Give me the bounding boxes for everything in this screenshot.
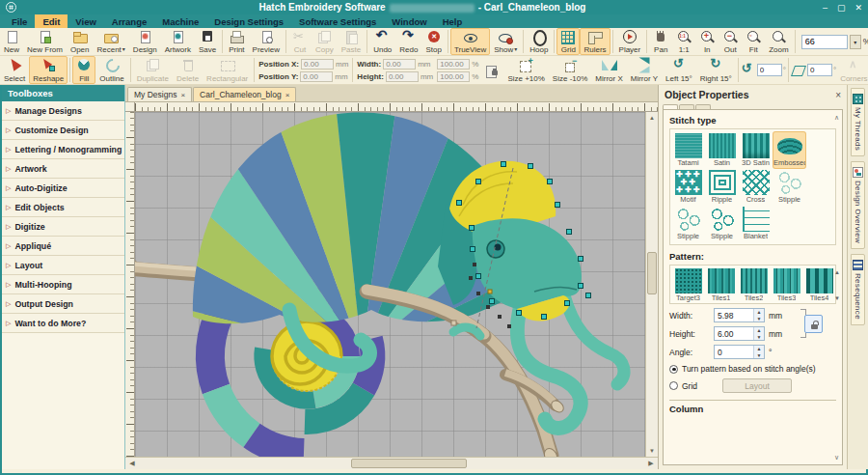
- pattern-angle-input[interactable]: [715, 346, 753, 358]
- scroll-up-icon[interactable]: ▲: [649, 112, 655, 124]
- stitch-type-swatch-tatami[interactable]: Tatami: [672, 132, 704, 168]
- vertical-scrollbar[interactable]: ▲ ▼: [645, 112, 658, 457]
- toolbar-button-player[interactable]: Player: [615, 28, 645, 55]
- minimize-button[interactable]: –: [823, 3, 827, 13]
- toolbar-button-new-from[interactable]: New From: [23, 28, 67, 55]
- duplicate-button[interactable]: Duplicate: [133, 56, 173, 84]
- size-down-button[interactable]: Size -10%: [549, 56, 591, 84]
- toolbox-item-layout[interactable]: ▷ Layout: [2, 256, 124, 275]
- menu-item-machine[interactable]: Machine: [154, 14, 206, 28]
- stitch-type-swatch-stipple[interactable]: Stipple: [706, 206, 738, 241]
- column-section-header[interactable]: Column: [669, 404, 836, 414]
- toolbar-button-paste[interactable]: Paste: [338, 28, 365, 55]
- toolbox-item-lettering-monogramming[interactable]: ▷ Lettering / Monogramming: [2, 140, 124, 159]
- vertical-scroll-thumb[interactable]: [647, 252, 657, 294]
- stitch-type-swatch-satin[interactable]: Satin: [706, 132, 738, 168]
- stitch-type-swatch-cross[interactable]: Cross: [740, 169, 772, 205]
- menu-item-help[interactable]: Help: [435, 14, 471, 28]
- side-panel-tab-resequence[interactable]: Resequence: [851, 254, 865, 325]
- toolbar-button-stop[interactable]: Stop: [421, 28, 445, 55]
- restore-button[interactable]: ▢: [837, 3, 846, 13]
- pattern-height-input[interactable]: [715, 327, 753, 340]
- menu-item-file[interactable]: File: [4, 14, 35, 28]
- scale-x-input[interactable]: [437, 59, 470, 70]
- reshape-button[interactable]: Reshape: [29, 56, 68, 84]
- pattern-swatch-tiles1[interactable]: Tiles1: [706, 268, 736, 302]
- close-tab-icon[interactable]: ×: [285, 91, 290, 99]
- outline-button[interactable]: Outline: [95, 56, 127, 84]
- pattern-swatch-tiles3[interactable]: Tiles3: [772, 268, 801, 302]
- toolbar-button-fit[interactable]: Fit: [742, 28, 765, 55]
- lock-proportions-button[interactable]: [480, 56, 503, 84]
- toolbox-item-auto-digitize[interactable]: ▷ Auto-Digitize: [2, 179, 124, 198]
- toolbar-button-design[interactable]: Design: [129, 28, 161, 55]
- toolbox-item-artwork[interactable]: ▷ Artwork: [2, 159, 124, 179]
- document-tab-my-designs[interactable]: My Designs ×: [127, 87, 192, 101]
- toolbar-button-redo[interactable]: Redo: [395, 28, 421, 55]
- turn-pattern-radio[interactable]: Turn pattern based on stitch angle(s): [669, 364, 836, 374]
- menu-item-arrange[interactable]: Arrange: [104, 14, 154, 28]
- design-canvas[interactable]: [135, 112, 645, 457]
- width-input[interactable]: [383, 59, 416, 70]
- toolbar-button-zoom[interactable]: Zoom: [765, 28, 792, 55]
- document-tab-carl-chameleon-blog[interactable]: Carl_Chameleon_blog ×: [193, 87, 296, 101]
- toolbar-button-artwork[interactable]: Artwork: [161, 28, 195, 55]
- lock-dimensions-button[interactable]: [804, 315, 823, 333]
- toolbar-button-show[interactable]: Show▾: [490, 28, 521, 55]
- side-panel-tab-design-overview[interactable]: Design Overview: [851, 161, 865, 249]
- horizontal-scrollbar[interactable]: ◀ ▶: [125, 457, 658, 469]
- toolbar-button-undo[interactable]: Undo: [369, 28, 395, 55]
- scroll-down-icon[interactable]: ▼: [649, 445, 655, 457]
- pattern-swatch-target3[interactable]: Target3: [673, 268, 703, 302]
- zoom-level-input[interactable]: [801, 35, 848, 49]
- toolbox-item-edit-objects[interactable]: ▷ Edit Objects: [2, 198, 124, 217]
- stitch-type-swatch-blanket[interactable]: Blanket: [740, 206, 772, 241]
- rotate-angle-input[interactable]: [757, 64, 782, 76]
- stitch-type-swatch-stipple[interactable]: Stipple: [773, 169, 805, 205]
- menu-item-view[interactable]: View: [68, 14, 103, 28]
- toolbar-button-copy[interactable]: Copy: [312, 28, 338, 55]
- stitch-type-swatch-3d-satin[interactable]: 3D Satin: [740, 132, 772, 168]
- toolbar-button-save[interactable]: Save: [195, 28, 220, 55]
- mirror-y-button[interactable]: Mirror Y: [627, 56, 662, 84]
- rectangular-button[interactable]: Rectangular: [203, 56, 252, 84]
- toolbar-button-cut[interactable]: Cut: [288, 28, 312, 55]
- toolbox-item-customize-design[interactable]: ▷ Customize Design: [2, 121, 124, 140]
- rotate-left-15-button[interactable]: Left 15°: [662, 56, 696, 84]
- grid-radio[interactable]: Grid Layout: [669, 378, 836, 393]
- menu-item-software-settings[interactable]: Software Settings: [291, 14, 384, 28]
- toolbar-button-out[interactable]: Out: [719, 28, 742, 55]
- toolbar-button-print[interactable]: Print: [225, 28, 248, 55]
- toolbox-item-output-design[interactable]: ▷ Output Design: [2, 294, 124, 314]
- toolbar-button-grid[interactable]: Grid: [556, 28, 580, 55]
- menu-item-design-settings[interactable]: Design Settings: [206, 14, 291, 28]
- corners-button[interactable]: Corners: [836, 56, 868, 84]
- toolbar-button-pan[interactable]: Pan: [649, 28, 672, 55]
- ruler-origin-box[interactable]: [125, 102, 135, 112]
- toolbox-item-want-to-do-more[interactable]: ▷ Want to do More?: [2, 314, 124, 333]
- toolbar-button-new[interactable]: New: [0, 28, 23, 55]
- scroll-right-icon[interactable]: ▶: [644, 460, 658, 467]
- position-y-input[interactable]: [300, 71, 333, 82]
- layout-button[interactable]: Layout: [722, 378, 792, 393]
- scale-y-input[interactable]: [437, 71, 470, 82]
- toolbox-item-digitize[interactable]: ▷ Digitize: [2, 217, 124, 237]
- pattern-width-input[interactable]: [715, 309, 753, 321]
- rotate-right-15-button[interactable]: Right 15°: [696, 56, 736, 84]
- toolbar-button-1-1[interactable]: 1:1: [672, 28, 695, 55]
- pattern-scroll[interactable]: ▲▼: [834, 268, 840, 302]
- scroll-left-icon[interactable]: ◀: [125, 460, 139, 467]
- horizontal-scroll-thumb[interactable]: [351, 459, 467, 468]
- select-button[interactable]: Select: [0, 56, 29, 84]
- close-tab-icon[interactable]: ×: [180, 91, 185, 99]
- toolbar-button-recent[interactable]: Recent▾: [93, 28, 128, 55]
- stitch-type-swatch-stipple[interactable]: Stipple: [672, 206, 704, 241]
- height-input[interactable]: [386, 71, 419, 82]
- panel-scroll-up-icon[interactable]: ∧: [834, 114, 839, 122]
- toolbar-button-rulers[interactable]: Rulers: [580, 28, 610, 55]
- side-panel-tab-my-threads[interactable]: My Threads: [851, 88, 865, 156]
- stitch-type-swatch-embossed[interactable]: Embossed: [773, 132, 805, 168]
- skew-angle-input[interactable]: [807, 64, 832, 76]
- position-x-input[interactable]: [301, 59, 334, 70]
- toolbox-item-multi-hooping[interactable]: ▷ Multi-Hooping: [2, 275, 124, 294]
